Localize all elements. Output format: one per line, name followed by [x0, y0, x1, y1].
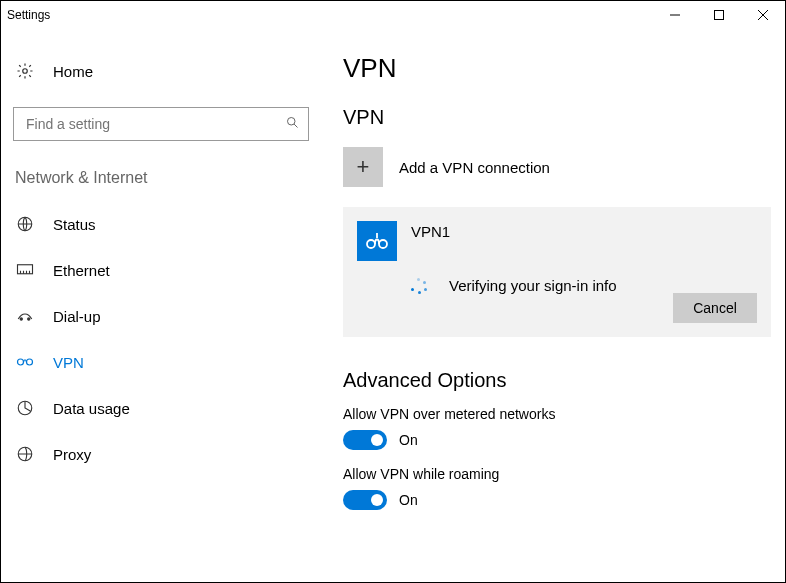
window-title: Settings: [7, 8, 50, 22]
sidebar-item-ethernet[interactable]: Ethernet: [13, 247, 309, 293]
gear-icon: [15, 62, 35, 80]
add-vpn-row[interactable]: + Add a VPN connection: [343, 143, 771, 191]
search-icon: [285, 115, 300, 133]
toggle-metered-state: On: [399, 432, 418, 448]
home-nav[interactable]: Home: [13, 49, 309, 93]
dialup-icon: [15, 309, 35, 323]
toggle-roaming[interactable]: [343, 490, 387, 510]
sidebar-item-label: Proxy: [53, 446, 91, 463]
category-header: Network & Internet: [15, 169, 309, 187]
status-icon: [15, 215, 35, 233]
svg-point-19: [367, 240, 375, 248]
svg-rect-8: [18, 265, 33, 274]
connection-name: VPN1: [411, 223, 450, 240]
minimize-button[interactable]: [653, 1, 697, 29]
sidebar-item-datausage[interactable]: Data usage: [13, 385, 309, 431]
sidebar-item-status[interactable]: Status: [13, 201, 309, 247]
sidebar: Home Network & Internet Status Ethernet: [1, 29, 321, 582]
close-button[interactable]: [741, 1, 785, 29]
sidebar-item-dialup[interactable]: Dial-up: [13, 293, 309, 339]
svg-point-16: [27, 359, 33, 365]
datausage-icon: [15, 399, 35, 417]
svg-line-6: [294, 124, 297, 127]
connection-status: Verifying your sign-in info: [449, 277, 617, 294]
sidebar-item-vpn[interactable]: VPN: [13, 339, 309, 385]
sidebar-item-label: Data usage: [53, 400, 130, 417]
svg-point-20: [379, 240, 387, 248]
option-roaming-label: Allow VPN while roaming: [343, 466, 771, 482]
titlebar: Settings: [1, 1, 785, 29]
page-title: VPN: [343, 53, 771, 84]
home-label: Home: [53, 63, 93, 80]
vpn-icon: [15, 355, 35, 369]
spinner-icon: [411, 278, 427, 294]
cancel-button[interactable]: Cancel: [673, 293, 757, 323]
svg-point-5: [288, 118, 296, 126]
main-panel: VPN VPN + Add a VPN connection VPN1: [321, 29, 785, 582]
sidebar-item-label: Status: [53, 216, 96, 233]
vpn-tile-icon: [357, 221, 397, 261]
svg-point-4: [23, 69, 28, 74]
svg-rect-1: [715, 11, 724, 20]
vpn-connection-card[interactable]: VPN1 Verifying your sign-in info Cancel: [343, 207, 771, 337]
svg-point-14: [28, 318, 30, 320]
sidebar-item-proxy[interactable]: Proxy: [13, 431, 309, 477]
svg-point-13: [20, 318, 22, 320]
sidebar-item-label: Dial-up: [53, 308, 101, 325]
advanced-options-title: Advanced Options: [343, 369, 771, 392]
plus-icon: +: [343, 147, 383, 187]
maximize-button[interactable]: [697, 1, 741, 29]
search-box[interactable]: [13, 107, 309, 141]
svg-point-15: [18, 359, 24, 365]
toggle-metered[interactable]: [343, 430, 387, 450]
sidebar-item-label: VPN: [53, 354, 84, 371]
search-input[interactable]: [24, 115, 285, 133]
sidebar-item-label: Ethernet: [53, 262, 110, 279]
option-metered-label: Allow VPN over metered networks: [343, 406, 771, 422]
toggle-roaming-state: On: [399, 492, 418, 508]
proxy-icon: [15, 445, 35, 463]
ethernet-icon: [15, 263, 35, 277]
add-vpn-label: Add a VPN connection: [399, 159, 550, 176]
section-title: VPN: [343, 106, 771, 129]
